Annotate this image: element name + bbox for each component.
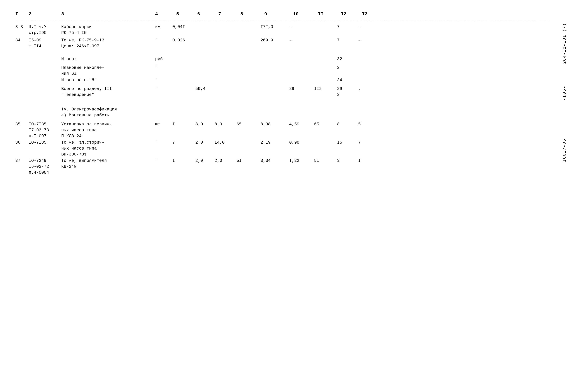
table-row-planovye: Плановые накопле- ния 6% " 2 <box>15 64 550 77</box>
cell-37-13: I <box>358 158 375 164</box>
col-header-9: 9 <box>264 12 267 17</box>
cell-planov-12: 2 <box>337 65 354 71</box>
cell-37-12: 3 <box>337 158 354 164</box>
cell-itogob-4: " <box>155 77 171 83</box>
cell-itogob-12: 34 <box>337 77 354 83</box>
cell-34-9: 269,9 <box>260 38 287 44</box>
cell-35-5: I <box>172 122 193 128</box>
cell-itogo-4: руб. <box>155 56 171 62</box>
cell-36-12: I5 <box>337 140 354 146</box>
cell-35-4: шт <box>155 122 171 128</box>
cell-35-3: Установка эл.первич- ных часов типа П-КЛ… <box>61 122 153 139</box>
cell-planov-4: " <box>155 65 171 71</box>
cell-36-13: 7 <box>358 140 375 146</box>
cell-36-2: IO-7I85 <box>29 140 60 146</box>
cell-34-1: 34 <box>15 38 28 44</box>
col-header-4: 4 <box>155 12 158 17</box>
cell-vsego-12: 29 2 <box>337 86 354 98</box>
cell-36-9: 2,I9 <box>260 140 287 146</box>
page-container: I 2 3 4 5 6 7 8 9 10 II I2 I3 3 3 Ц.I ч.… <box>15 12 550 172</box>
cell-37-8: 5I <box>236 158 254 164</box>
cell-37-3: То же, выпрямителя КВ-24м <box>61 158 153 170</box>
cell-vsego-6: 59,4 <box>195 86 211 92</box>
col-header-13: I3 <box>362 12 368 17</box>
cell-itogo-3: Итого: <box>61 56 153 62</box>
cell-34-12: 7 <box>337 38 354 44</box>
table-row-37: 37 IO-7249 I6-02-72 п.4-0004 То же, выпр… <box>15 157 550 172</box>
cell-37-7: 2,0 <box>214 158 232 164</box>
cell-36-3: То же, эл.сторич- ных часов типа ВП-300-… <box>61 140 153 158</box>
cell-33-12: 7 <box>337 24 354 30</box>
cell-36-4: " <box>155 140 171 146</box>
cell-36-10: 0,98 <box>289 140 312 146</box>
cell-planov-3: Плановые накопле- ния 6% <box>61 65 153 77</box>
col-header-8: 8 <box>240 12 243 17</box>
table-row-vsego: Всего по разделу III "Телевидение" " 59,… <box>15 85 550 100</box>
cell-37-2: IO-7249 I6-02-72 п.4-0004 <box>29 158 60 176</box>
table-row-33: 3 3 Ц.I ч.У стр.I90 Кабель марки РК-75-4… <box>15 23 550 36</box>
table-row-itogob: Итого по п."б" " 34 <box>15 77 550 85</box>
column-headers: I 2 3 4 5 6 7 8 9 10 II I2 I3 <box>15 12 550 21</box>
cell-37-6: 2,0 <box>195 158 211 164</box>
cell-37-11: 5I <box>314 158 331 164</box>
table-row-itogo: Итого: руб. 32 <box>15 56 550 64</box>
col-header-7: 7 <box>218 12 221 17</box>
cell-35-11: 65 <box>314 122 331 128</box>
col-header-3: 3 <box>61 12 64 17</box>
cell-33-3: Кабель марки РК-75-4-I5 <box>61 24 153 36</box>
cell-33-4: км <box>155 24 171 30</box>
col-header-12: I2 <box>341 12 346 17</box>
table-row-section4: IV. Электрочасофикация а) Монтажные рабо… <box>15 105 550 120</box>
cell-33-2: Ц.I ч.У стр.I90 <box>29 24 60 36</box>
cell-35-2: IO-7I35 I7-03-73 п.I-097 <box>29 122 60 139</box>
cell-34-5: 0,026 <box>172 38 193 44</box>
cell-35-12: 8 <box>337 122 354 128</box>
col-header-1: I <box>15 12 18 17</box>
col-header-6: 6 <box>197 12 200 17</box>
table-row-36: 36 IO-7I85 То же, эл.сторич- ных часов т… <box>15 139 550 157</box>
cell-36-7: I4,0 <box>214 140 232 146</box>
cell-vsego-13: , <box>358 86 375 92</box>
side-text-bottom: I60I7-05 <box>562 139 567 162</box>
col-header-10: 10 <box>293 12 299 17</box>
side-text-top: 264-I2-I8I (7) <box>562 23 567 64</box>
cell-itogo-12: 32 <box>337 56 354 62</box>
cell-36-5: 7 <box>172 140 193 146</box>
cell-sec4-3: IV. Электрочасофикация а) Монтажные рабо… <box>61 107 153 118</box>
cell-37-1: 37 <box>15 158 28 164</box>
cell-35-10: 4,59 <box>289 122 312 128</box>
table-row-34: 34 I5-09 т.II4 То же, РК-75-9-I3 Цена: 2… <box>15 36 550 56</box>
cell-33-10: – <box>289 24 312 30</box>
cell-34-2: I5-09 т.II4 <box>29 38 60 49</box>
cell-35-8: 65 <box>236 122 254 128</box>
cell-35-6: 8,0 <box>195 122 211 128</box>
cell-vsego-3: Всего по разделу III "Телевидение" <box>61 86 153 98</box>
cell-34-13: – <box>358 38 375 44</box>
cell-vsego-11: II2 <box>314 86 331 92</box>
col-header-5: 5 <box>176 12 179 17</box>
cell-37-5: I <box>172 158 193 164</box>
cell-35-9: 8,38 <box>260 122 287 128</box>
table-row-35: 35 IO-7I35 I7-03-73 п.I-097 Установка эл… <box>15 120 550 139</box>
cell-35-13: 5 <box>358 122 375 128</box>
cell-vsego-10: 89 <box>289 86 312 92</box>
col-header-2: 2 <box>29 12 31 17</box>
cell-36-6: 2,0 <box>195 140 211 146</box>
cell-33-5: 0,04I <box>172 24 193 30</box>
cell-37-4: " <box>155 158 171 164</box>
cell-35-7: 8,0 <box>214 122 232 128</box>
cell-itogob-3: Итого по п."б" <box>61 77 153 83</box>
side-text-middle: -I05- <box>562 85 567 101</box>
cell-34-10: – <box>289 38 312 44</box>
cell-33-9: I7I,0 <box>260 24 287 30</box>
cell-35-1: 35 <box>15 122 28 128</box>
cell-vsego-4: " <box>155 86 171 92</box>
cell-34-3: То же, РК-75-9-I3 Цена: 246хI,097 <box>61 38 153 49</box>
cell-33-1: 3 3 <box>15 24 28 30</box>
cell-37-10: I,22 <box>289 158 312 164</box>
cell-36-1: 36 <box>15 140 28 146</box>
col-header-11: II <box>318 12 323 17</box>
cell-37-9: 3,34 <box>260 158 287 164</box>
cell-34-4: " <box>155 38 171 44</box>
cell-33-13: – <box>358 24 375 30</box>
